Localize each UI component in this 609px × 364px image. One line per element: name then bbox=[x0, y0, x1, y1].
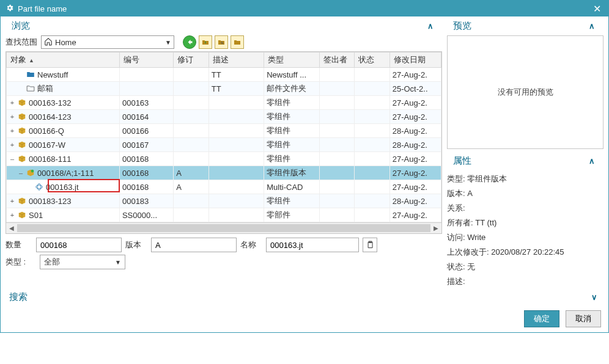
table-row[interactable]: NewstuffTTNewstuff ...27-Aug-2. bbox=[7, 68, 441, 82]
table-row[interactable]: +000183-123000183零组件28-Aug-2. bbox=[7, 194, 441, 208]
cell-desc bbox=[209, 208, 264, 222]
col-status[interactable]: 状态 bbox=[355, 53, 390, 68]
collapse-icon[interactable]: ∧ bbox=[586, 156, 597, 166]
box-icon bbox=[17, 98, 27, 107]
cell-num: 000163 bbox=[119, 96, 173, 110]
box-icon bbox=[17, 154, 27, 164]
expand-icon[interactable]: ∨ bbox=[589, 293, 600, 302]
col-date[interactable]: 修改日期 bbox=[389, 53, 441, 68]
search-scope-label: 查找范围 bbox=[6, 37, 37, 48]
row-name: 000167-W bbox=[29, 140, 65, 150]
collapse-icon[interactable]: ∧ bbox=[425, 21, 436, 31]
row-name: 000164-123 bbox=[29, 112, 71, 122]
expand-toggle[interactable]: + bbox=[9, 141, 15, 148]
dialog-title: Part file name bbox=[18, 4, 591, 13]
cell-num: 000167 bbox=[119, 138, 173, 152]
table-row[interactable]: +000163-132000163零组件27-Aug-2. bbox=[7, 96, 441, 110]
cell-desc bbox=[209, 124, 264, 138]
cell-st bbox=[355, 152, 390, 166]
cell-st bbox=[355, 166, 390, 180]
type-label: 类型 : bbox=[6, 257, 36, 268]
jt-icon bbox=[34, 182, 44, 192]
input-area: 数量 版本 名称 类型 : 全部 ▼ bbox=[6, 238, 442, 269]
prop-value: 零组件版本 bbox=[467, 174, 507, 183]
back-button[interactable] bbox=[183, 35, 196, 49]
expand-toggle[interactable]: + bbox=[9, 99, 15, 106]
scroll-left-icon[interactable]: ◀ bbox=[6, 223, 17, 234]
ok-button[interactable]: 确定 bbox=[524, 310, 559, 327]
col-checkout[interactable]: 签出者 bbox=[319, 53, 355, 68]
cell-co bbox=[319, 96, 355, 110]
table-row[interactable]: +000166-Q000166零组件28-Aug-2. bbox=[7, 124, 441, 138]
cell-type: 零组件 bbox=[264, 124, 319, 138]
prop-label: 上次修改于: bbox=[447, 247, 489, 257]
cell-desc bbox=[209, 180, 264, 194]
props-list: 类型: 零组件版本 版本: A 关系: 所有者: TT (tt) 访问: Wri… bbox=[447, 172, 603, 289]
cell-date: 27-Aug-2. bbox=[389, 68, 441, 82]
col-rev[interactable]: 修订 bbox=[174, 53, 209, 68]
prop-value: 无 bbox=[467, 262, 475, 271]
svg-point-4 bbox=[37, 184, 41, 191]
table-row[interactable]: –000168/A;1-111000168A零组件版本27-Aug-2. bbox=[7, 166, 441, 180]
cell-co bbox=[319, 194, 355, 208]
cell-co bbox=[319, 138, 355, 152]
cell-rev bbox=[174, 138, 209, 152]
type-select[interactable]: 全部 ▼ bbox=[40, 255, 125, 269]
cell-desc bbox=[209, 138, 264, 152]
cell-type: Multi-CAD bbox=[264, 180, 319, 194]
expand-toggle[interactable]: – bbox=[18, 169, 24, 177]
qty-input[interactable] bbox=[36, 238, 122, 252]
cell-co bbox=[319, 208, 355, 222]
name-label: 名称 bbox=[240, 239, 262, 250]
close-icon[interactable]: ✕ bbox=[591, 3, 603, 15]
expand-toggle[interactable]: + bbox=[9, 127, 15, 134]
table-row[interactable]: +S01SS0000...零部件27-Aug-2. bbox=[7, 208, 441, 222]
cell-type: 零组件版本 bbox=[264, 166, 319, 180]
expand-toggle[interactable]: + bbox=[9, 211, 15, 219]
ver-input[interactable] bbox=[151, 238, 237, 252]
cell-rev bbox=[174, 96, 209, 110]
table-row[interactable]: 000163.jt000168AMulti-CAD27-Aug-2. bbox=[7, 180, 441, 194]
scroll-thumb[interactable] bbox=[17, 224, 430, 232]
expand-toggle[interactable]: – bbox=[9, 155, 15, 162]
collapse-icon[interactable]: ∧ bbox=[586, 21, 597, 31]
location-select[interactable]: Home ▼ bbox=[41, 35, 174, 49]
cell-desc: TT bbox=[209, 68, 264, 82]
row-name: 000168/A;1-111 bbox=[37, 169, 94, 178]
expand-toggle[interactable]: + bbox=[9, 113, 15, 120]
box-icon bbox=[17, 126, 27, 136]
col-type[interactable]: 类型 bbox=[264, 53, 319, 68]
cell-st bbox=[355, 138, 390, 152]
clipboard-button[interactable] bbox=[363, 238, 377, 252]
folder-button[interactable] bbox=[231, 35, 244, 49]
preview-header[interactable]: 预览 ∧ bbox=[447, 18, 603, 34]
table-row[interactable]: 邮箱TT邮件文件夹25-Oct-2.. bbox=[7, 82, 441, 96]
col-object[interactable]: 对象 bbox=[7, 53, 120, 68]
row-name: 000163.jt bbox=[46, 183, 79, 192]
col-desc[interactable]: 描述 bbox=[209, 53, 264, 68]
props-header[interactable]: 属性 ∧ bbox=[447, 153, 603, 169]
box-icon bbox=[17, 196, 27, 206]
gear-icon bbox=[6, 4, 14, 14]
cell-co bbox=[319, 124, 355, 138]
file-table: 对象 编号 修订 描述 类型 签出者 状态 修改日期 NewstuffTTNew… bbox=[6, 51, 442, 234]
table-row[interactable]: +000164-123000164零组件27-Aug-2. bbox=[7, 110, 441, 124]
browse-header[interactable]: 浏览 ∧ bbox=[6, 18, 442, 34]
cell-co bbox=[319, 152, 355, 166]
search-header[interactable]: 搜索 ∨ bbox=[1, 289, 608, 305]
search-folder-button[interactable] bbox=[215, 35, 228, 49]
col-number[interactable]: 编号 bbox=[119, 53, 173, 68]
cancel-button[interactable]: 取消 bbox=[566, 310, 601, 327]
horizontal-scrollbar[interactable]: ◀ ▶ bbox=[6, 222, 441, 233]
row-name: Newstuff bbox=[37, 70, 68, 79]
scroll-right-icon[interactable]: ▶ bbox=[430, 223, 441, 234]
row-name: 000166-Q bbox=[29, 126, 64, 136]
table-row[interactable]: +000167-W000167零组件28-Aug-2. bbox=[7, 138, 441, 152]
table-row[interactable]: –000168-111000168零组件27-Aug-2. bbox=[7, 152, 441, 166]
row-name: 000183-123 bbox=[29, 197, 71, 206]
expand-toggle[interactable]: + bbox=[9, 197, 15, 205]
name-input[interactable] bbox=[266, 238, 359, 252]
up-folder-button[interactable] bbox=[199, 35, 212, 49]
cell-rev bbox=[174, 110, 209, 124]
cell-rev bbox=[174, 68, 209, 82]
